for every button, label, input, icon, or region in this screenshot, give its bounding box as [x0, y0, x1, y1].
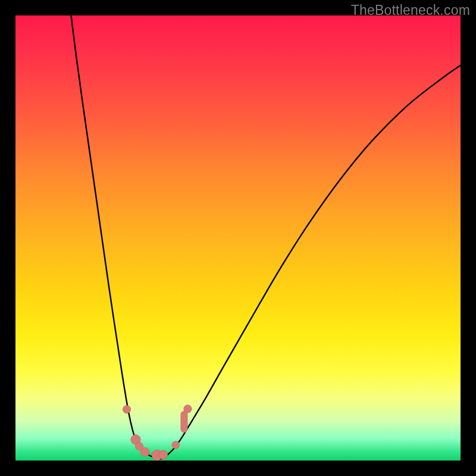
plot-svg: [15, 15, 461, 461]
marker-dot: [184, 405, 192, 413]
marker-dot: [172, 441, 180, 449]
marker-dot: [140, 447, 149, 456]
marker-dot: [159, 450, 168, 459]
curve-left-branch: [71, 15, 161, 459]
curve-right-branch: [160, 65, 461, 459]
gradient-plot-area: [15, 15, 461, 461]
marker-pill: [181, 411, 187, 433]
watermark-text: TheBottleneck.com: [351, 2, 470, 18]
marker-dot: [123, 405, 130, 413]
